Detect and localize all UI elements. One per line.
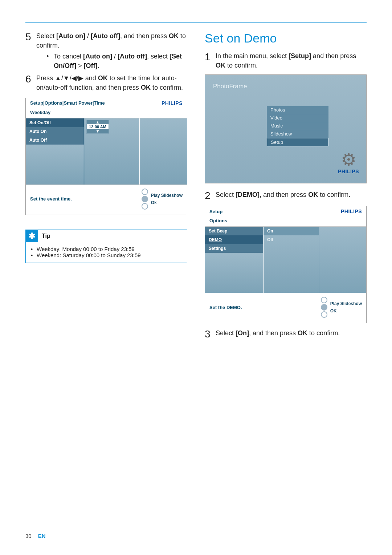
step-text: Select [On], and then press OK to confir… [216, 328, 367, 339]
step-text: Select [DEMO], and then press OK to conf… [216, 190, 367, 201]
menu-item-auto-on[interactable]: Auto On [26, 127, 84, 136]
nav-down-icon[interactable] [142, 203, 148, 210]
nav-control: Play Slideshow OK [321, 297, 362, 318]
step-text: Select [Auto on] / [Auto off], and then … [36, 31, 187, 70]
right-column: Set on Demo 1 In the main menu, select [… [205, 31, 367, 342]
step-2: 2 Select [DEMO], and then press OK to co… [205, 190, 367, 201]
device-screenshot-smart-power: Setup|Options|Smart Power|Time PHILIPS W… [25, 98, 187, 215]
pf-item-slideshow[interactable]: Slideshow [267, 130, 328, 138]
spinner-down-icon[interactable]: ▼ [87, 129, 109, 133]
pf-item-setup[interactable]: Setup [267, 138, 328, 146]
nav-control: Play Slideshow Ok [142, 189, 183, 210]
ok-key: OK [141, 84, 151, 91]
tip-line: Weekday: Monday 00:00 to Friday 23:59 [37, 246, 135, 252]
pf-title: PhotoFrame [213, 83, 247, 90]
menu-item-auto-off[interactable]: Auto Off [26, 136, 84, 145]
option-off[interactable]: Off [264, 235, 319, 244]
menu-item-set-beep[interactable]: Set Beep [205, 227, 263, 235]
breadcrumb: Setup|Options|Smart Power|Time [30, 100, 105, 106]
t: , and then press [249, 329, 298, 337]
time-spinner[interactable]: ▲ 12:00 AM ▼ [86, 120, 109, 134]
step-1: 1 In the main menu, select [Setup] and t… [205, 51, 367, 70]
opt: [Auto on] [83, 53, 112, 60]
play-slideshow-label: Play Slideshow [151, 193, 183, 198]
menu-item-demo[interactable]: DEMO [205, 235, 263, 244]
spinner-value: 12:00 AM [87, 124, 109, 129]
t: to confirm. [225, 62, 258, 69]
t: , and then press [120, 32, 169, 40]
step-5: 5 Select [Auto on] / [Auto off], and the… [25, 31, 187, 70]
menu-item-set-onoff[interactable]: Set On/Off [26, 118, 84, 127]
page-footer: 30 EN [25, 533, 46, 539]
option-on[interactable]: On [264, 227, 319, 235]
t: To cancel [54, 53, 83, 60]
t: , select [147, 53, 170, 60]
ok-key: OK [298, 329, 307, 337]
top-rule [25, 22, 367, 23]
pf-item-photos[interactable]: Photos [267, 106, 328, 114]
opt: [Off] [84, 62, 98, 69]
two-column-layout: 5 Select [Auto on] / [Auto off], and the… [25, 31, 367, 342]
t: In the main menu, select [216, 52, 289, 60]
nav-up-icon[interactable] [321, 297, 327, 303]
nav-ok-icon[interactable] [321, 304, 327, 311]
opt-auto-off: [Auto off] [91, 32, 120, 40]
tip-box: ✱ Tip •Weekday: Monday 00:00 to Friday 2… [25, 230, 187, 263]
menu-item-settings[interactable]: Settings [205, 244, 263, 253]
bullet: • [46, 52, 54, 70]
pf-item-music[interactable]: Music [267, 122, 328, 130]
ok-key: OK [169, 32, 179, 40]
step-number: 1 [205, 51, 216, 70]
opt: [Setup] [289, 52, 311, 60]
t: > [76, 62, 84, 69]
t: Select [36, 32, 56, 40]
step-text: Press ▲/▼/◀/▶ and OK to set the time for… [36, 73, 187, 92]
pf-item-video[interactable]: Video [267, 114, 328, 122]
pf-menu: Photos Video Music Slideshow Setup [267, 106, 328, 146]
ok-label: Ok [151, 200, 183, 205]
opt: [DEMO] [236, 191, 260, 198]
opt: [Auto off] [118, 53, 147, 60]
nav-up-icon[interactable] [142, 189, 148, 195]
t: , and then press [260, 191, 308, 198]
preview-column [319, 227, 366, 293]
t: to confirm. [151, 84, 183, 91]
t: / [112, 53, 118, 60]
gear-icon: ⚙ [338, 151, 359, 169]
tip-label: Tip [38, 233, 50, 239]
value-column: On Off [263, 227, 319, 293]
page-number: 30 [25, 533, 32, 539]
bullet: • [31, 246, 37, 252]
dpad-arrows-icon: ▲/▼/◀/▶ [55, 74, 83, 82]
t: . [97, 62, 99, 69]
menu-left: Set On/Off Auto On Auto Off [26, 118, 84, 185]
step-3: 3 Select [On], and then press OK to conf… [205, 328, 367, 339]
t: Press [36, 74, 55, 82]
sub-text: To cancel [Auto on] / [Auto off], select… [54, 52, 187, 70]
t: and then press [311, 52, 356, 60]
opt-auto-on: [Auto on] [56, 32, 85, 40]
step-6: 6 Press ▲/▼/◀/▶ and OK to set the time f… [25, 73, 187, 92]
brand-logo: PHILIPS [162, 100, 183, 106]
step-5-sub: • To cancel [Auto on] / [Auto off], sele… [46, 52, 187, 70]
t: Select [216, 191, 236, 198]
t: and [83, 74, 98, 82]
t: / [85, 32, 91, 40]
section-label: Weekday [26, 108, 187, 118]
opt: [On] [236, 329, 249, 337]
ok-key: OK [98, 74, 108, 82]
step-text: In the main menu, select [Setup] and the… [216, 51, 367, 70]
section-label: Options [205, 216, 366, 227]
nav-down-icon[interactable] [321, 311, 327, 318]
t: to confirm. [318, 191, 350, 198]
menu-left: Set Beep DEMO Settings [205, 227, 263, 293]
brand-logo: PHILIPS [338, 169, 359, 174]
device-screenshot-demo: Setup PHILIPS Options Set Beep DEMO Sett… [205, 206, 367, 323]
nav-ok-icon[interactable] [142, 196, 148, 202]
value-column: ▲ 12:00 AM ▼ [84, 118, 140, 185]
step-number: 6 [25, 73, 36, 92]
brand-logo: PHILIPS [341, 208, 362, 214]
step-number: 5 [25, 31, 36, 70]
spinner-up-icon[interactable]: ▲ [87, 120, 109, 124]
section-heading: Set on Demo [205, 31, 367, 45]
